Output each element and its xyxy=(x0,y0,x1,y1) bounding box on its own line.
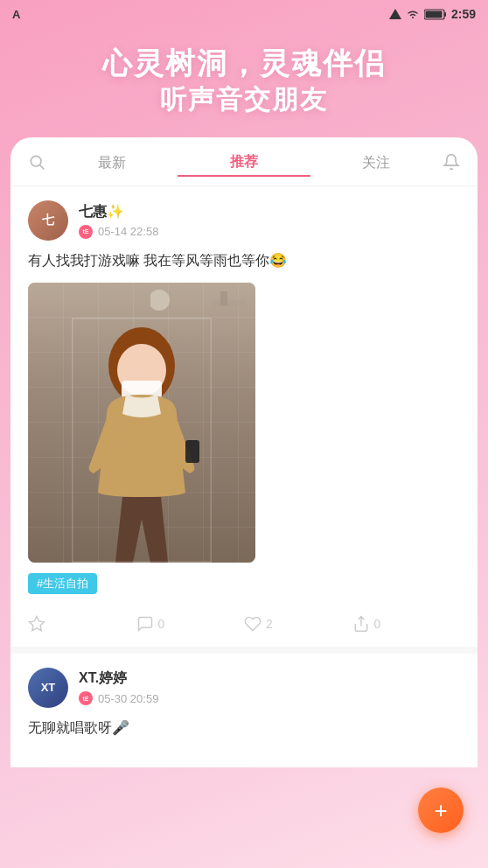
post-2-header: XT XT.婷婷 tE 05-30 20:59 xyxy=(28,668,460,708)
person-silhouette xyxy=(72,318,212,563)
post-1-time-row: tE 05-14 22:58 xyxy=(79,225,158,239)
post-1-avatar: 七 xyxy=(28,200,68,241)
post-1-bookmark[interactable] xyxy=(28,615,136,633)
post-2-time-row: tE 05-30 20:59 xyxy=(79,691,158,705)
post-1-share[interactable]: 0 xyxy=(352,615,461,633)
notification-button[interactable] xyxy=(443,153,460,174)
status-right-icons: 2:59 xyxy=(389,7,476,21)
post-1-like[interactable]: 2 xyxy=(244,615,352,633)
heart-icon xyxy=(244,615,261,633)
fab-icon: + xyxy=(434,797,447,824)
svg-rect-9 xyxy=(185,440,199,463)
comment-count: 0 xyxy=(158,617,165,631)
post-1-username: 七惠✨ xyxy=(79,203,158,221)
comment-icon xyxy=(136,615,154,633)
post-1-tag[interactable]: #生活自拍 xyxy=(28,573,97,594)
like-count: 2 xyxy=(266,617,273,631)
svg-rect-3 xyxy=(425,10,442,18)
svg-point-13 xyxy=(150,290,170,311)
post-1: 七 七惠✨ tE 05-14 22:58 有人找我打游戏嘛 我在等风等雨也等你😂 xyxy=(10,186,478,654)
svg-point-4 xyxy=(31,156,41,166)
post-2-meta: XT.婷婷 tE 05-30 20:59 xyxy=(79,669,158,705)
search-icon xyxy=(28,153,45,171)
svg-rect-11 xyxy=(212,300,247,307)
post-1-text: 有人找我打游戏嘛 我在等风等雨也等你😂 xyxy=(28,249,460,272)
main-card: 最新 推荐 关注 七 七惠✨ tE 05-14 22:58 xyxy=(10,137,478,767)
post-2-username: XT.婷婷 xyxy=(79,669,158,688)
wifi-icon xyxy=(406,9,420,19)
post-2: XT XT.婷婷 tE 05-30 20:59 无聊就唱歌呀🎤 xyxy=(10,654,478,739)
bell-icon xyxy=(443,153,460,171)
hero-subtitle: 听声音交朋友 xyxy=(0,82,488,118)
tab-bar: 最新 推荐 关注 xyxy=(10,137,478,186)
svg-rect-12 xyxy=(220,291,227,305)
time-display: 2:59 xyxy=(451,7,476,21)
post-2-time: 05-30 20:59 xyxy=(98,692,158,705)
post-1-header: 七 七惠✨ tE 05-14 22:58 xyxy=(28,200,460,241)
post-2-platform: tE xyxy=(79,691,93,705)
status-bar: A 2:59 xyxy=(0,0,488,26)
share-icon xyxy=(352,615,370,633)
bathroom-decor xyxy=(150,283,255,335)
search-button[interactable] xyxy=(28,153,45,174)
signal-icon xyxy=(389,9,401,19)
share-count: 0 xyxy=(374,617,381,631)
tab-following[interactable]: 关注 xyxy=(310,150,443,176)
hero-title: 心灵树洞，灵魂伴侣 xyxy=(0,44,488,82)
bookmark-icon xyxy=(28,615,45,633)
app-indicator: A xyxy=(12,8,20,21)
post-2-text: 无聊就唱歌呀🎤 xyxy=(28,717,460,739)
svg-marker-14 xyxy=(30,616,45,630)
post-2-avatar: XT xyxy=(28,668,68,708)
fab-button[interactable]: + xyxy=(418,788,464,833)
tab-latest[interactable]: 最新 xyxy=(45,150,178,176)
svg-rect-2 xyxy=(444,12,446,17)
post-1-platform: tE xyxy=(79,225,93,239)
battery-icon xyxy=(424,9,447,20)
post-1-actions: 0 2 0 xyxy=(28,605,460,647)
svg-marker-0 xyxy=(389,9,401,19)
hero-section: 心灵树洞，灵魂伴侣 听声音交朋友 xyxy=(0,26,488,137)
svg-line-5 xyxy=(40,164,45,169)
tab-recommended[interactable]: 推荐 xyxy=(178,150,310,177)
post-1-image[interactable] xyxy=(28,283,255,563)
post-1-time: 05-14 22:58 xyxy=(98,225,158,238)
post-1-comment[interactable]: 0 xyxy=(136,615,245,633)
post-1-meta: 七惠✨ tE 05-14 22:58 xyxy=(79,203,158,239)
